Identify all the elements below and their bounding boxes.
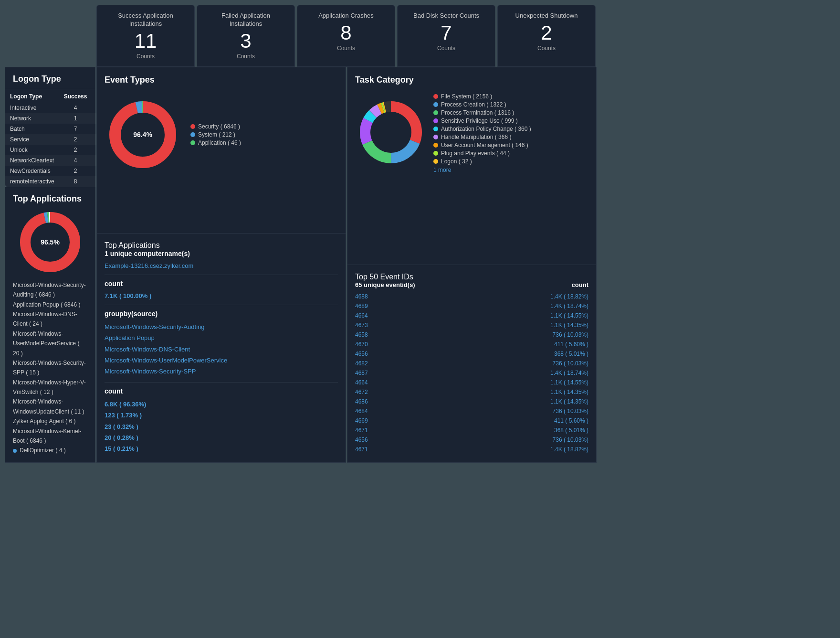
unique-events: 65 unique eventid(s) (355, 281, 415, 288)
metric-label-1: Counts (207, 53, 285, 60)
event-count: 1.1K ( 14.35%) (474, 388, 589, 396)
task-legend-label: Authorization Policy Change ( 360 ) (441, 126, 531, 132)
app-list-item: Microsoft-Windows-WindowsUpdateClient ( … (13, 397, 87, 416)
metric-title-1: Failed Application Installations (207, 12, 285, 28)
event-count: 736 ( 10.03%) (474, 330, 589, 339)
metric-title-2: Application Crashes (307, 12, 385, 20)
groupby-source[interactable]: Microsoft-Windows-DNS-Client (105, 344, 338, 355)
event-id[interactable]: 4672 (355, 388, 470, 396)
event-id[interactable]: 4664 (355, 378, 470, 387)
event-id[interactable]: 4673 (355, 321, 470, 330)
event-id[interactable]: 4664 (355, 311, 470, 320)
event-count: 1.1K ( 14.55%) (474, 311, 589, 320)
event-count: 1.1K ( 14.55%) (474, 378, 589, 387)
event-id[interactable]: 4671 (355, 426, 470, 435)
computer-link[interactable]: Example-13216.csez.zylker.com (105, 262, 193, 269)
groupby-source[interactable]: Microsoft-Windows-Security-Audting (105, 321, 338, 332)
task-legend-item: User Account Management ( 146 ) (433, 142, 531, 149)
legend-dot (433, 127, 438, 131)
event-legend-item: Security ( 6846 ) (190, 123, 241, 130)
event-id[interactable]: 4687 (355, 369, 470, 377)
event-header: 65 unique eventid(s) count (355, 281, 588, 288)
logon-cell-5-1: 4 (59, 155, 92, 166)
task-legend-label: Plug and Play events ( 44 ) (441, 150, 510, 157)
legend-dot (433, 159, 438, 164)
task-legend-item: Handle Manipulation ( 366 ) (433, 134, 531, 140)
logon-cell-6-1: 2 (59, 166, 92, 176)
app-list-left: Microsoft-Windows-Security-Auditing ( 68… (13, 280, 87, 456)
top50-panel: Top 50 Event IDs 65 unique eventid(s) co… (347, 265, 597, 463)
task-legend-item: File System ( 2156 ) (433, 93, 531, 100)
event-id[interactable]: 4689 (355, 302, 470, 310)
count-header: count (572, 281, 588, 288)
task-legend: File System ( 2156 )Process Creation ( 1… (433, 92, 531, 173)
metric-title-3: Bad Disk Sector Counts (407, 12, 485, 20)
legend-dot (433, 94, 438, 99)
task-legend-item: Process Termination ( 1316 ) (433, 109, 531, 116)
task-category-title: Task Category (355, 75, 588, 85)
event-count: 1.4K ( 18.74%) (474, 369, 589, 377)
legend-dot (433, 151, 438, 156)
event-id[interactable]: 4684 (355, 407, 470, 415)
metric-card-2: Application Crashes 8 Counts (297, 5, 395, 67)
count-list: 6.8K ( 96.36%)123 ( 1.73% )23 ( 0.32% )2… (105, 399, 338, 455)
metric-value-2: 8 (307, 23, 385, 43)
app-list-item: DellOptimizer ( 4 ) (13, 446, 87, 455)
event-id[interactable]: 4658 (355, 330, 470, 339)
donut-event: 96.4% (105, 96, 181, 173)
task-legend-item: Sensitive Privilege Use ( 999 ) (433, 117, 531, 124)
col-success: Success (59, 89, 92, 103)
logon-cell-5-0: NetworkCleartext (5, 155, 59, 166)
donut-left-label: 96.5% (41, 238, 60, 246)
metrics-row: Success Application Installations 11 Cou… (95, 5, 597, 67)
task-legend-label: File System ( 2156 ) (441, 93, 492, 100)
event-count: 1.4K ( 18.82%) (474, 445, 589, 454)
logon-cell-1-1: 1 (59, 113, 92, 124)
metric-label-0: Counts (106, 53, 185, 60)
event-id[interactable]: 4686 (355, 397, 470, 406)
event-count: 1.1K ( 14.35%) (474, 397, 589, 406)
count-label2: count (105, 387, 338, 395)
metric-value-4: 2 (507, 23, 586, 43)
legend-dot (190, 140, 195, 145)
legend-dot (190, 132, 195, 137)
groupby-list: Microsoft-Windows-Security-AudtingApplic… (105, 321, 338, 377)
legend-dot (190, 124, 195, 129)
app-list-item: Microsoft-Windows-Security-SPP ( 15 ) (13, 358, 87, 378)
event-count: 1.1K ( 14.35%) (474, 321, 589, 330)
logon-cell-2-0: Batch (5, 124, 59, 134)
event-id[interactable]: 4670 (355, 340, 470, 349)
metric-card-4: Unexpected Shutdown 2 Counts (497, 5, 596, 67)
count-item: 20 ( 0.28% ) (105, 432, 338, 443)
event-count: 736 ( 10.03%) (474, 436, 589, 444)
event-legend: Security ( 6846 )System ( 212 )Applicati… (190, 122, 241, 148)
count-value: 7.1K ( 100.00% ) (105, 292, 151, 299)
metric-label-3: Counts (407, 45, 485, 52)
count-label: count (105, 280, 338, 287)
logon-cell-0-1: 4 (59, 103, 92, 113)
donut-task (355, 96, 427, 168)
logon-cell-2-1: 7 (59, 124, 92, 134)
legend-dot (433, 102, 438, 107)
event-id[interactable]: 4669 (355, 416, 470, 425)
groupby-source[interactable]: Application Popup (105, 332, 338, 343)
event-legend-item: Application ( 46 ) (190, 139, 241, 146)
legend-label: System ( 212 ) (198, 131, 235, 138)
event-id[interactable]: 4682 (355, 359, 470, 368)
task-legend-label: Handle Manipulation ( 366 ) (441, 134, 511, 140)
donut-left: 96.5% (13, 209, 87, 276)
event-id[interactable]: 4671 (355, 445, 470, 454)
task-legend-item: Authorization Policy Change ( 360 ) (433, 126, 531, 132)
event-id[interactable]: 4688 (355, 292, 470, 301)
metric-card-3: Bad Disk Sector Counts 7 Counts (397, 5, 495, 67)
event-id[interactable]: 4656 (355, 436, 470, 444)
groupby-source[interactable]: Microsoft-Windows-Security-SPP (105, 366, 338, 377)
logon-cell-7-1: 8 (59, 176, 92, 187)
task-more[interactable]: 1 more (433, 167, 531, 173)
event-id[interactable]: 4656 (355, 350, 470, 358)
app-dot (13, 449, 17, 453)
groupby-source[interactable]: Microsoft-Windows-UserModelPowerService (105, 355, 338, 366)
app-list-item: Microsoft-Windows-DNS-Client ( 24 ) (13, 309, 87, 329)
main-content: Logon Type Logon Type Success Failed Int… (5, 67, 597, 463)
app-list-item: Microsoft-Windows-UserModelPowerService … (13, 329, 87, 358)
